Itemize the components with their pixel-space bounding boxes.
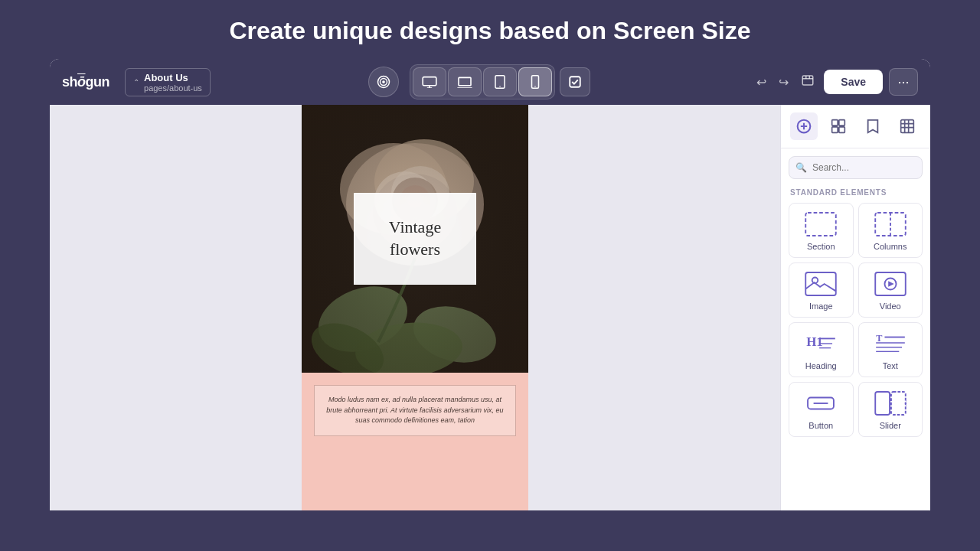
vintage-card: Vintage flowers xyxy=(354,193,476,285)
lorem-box: Modo ludus nam ex, ad nulla placerat man… xyxy=(314,385,516,436)
element-image[interactable]: Image xyxy=(789,262,854,318)
svg-rect-3 xyxy=(459,77,471,85)
page-canvas: Vintage flowers Modo ludus nam ex, ad nu… xyxy=(302,105,528,510)
check-button[interactable] xyxy=(560,67,590,96)
redo-button[interactable]: ↪ xyxy=(776,72,792,93)
view-size-group xyxy=(410,64,555,99)
vintage-card-text: Vintage flowers xyxy=(389,217,441,260)
vintage-line2: flowers xyxy=(389,239,441,261)
svg-rect-29 xyxy=(839,127,845,133)
element-heading[interactable]: H1 Heading xyxy=(789,322,854,377)
heading-icon: H1 xyxy=(804,331,838,357)
svg-rect-30 xyxy=(900,120,913,133)
element-slider[interactable]: Slider xyxy=(858,382,923,437)
lorem-text: Modo ludus nam ex, ad nulla placerat man… xyxy=(324,395,506,426)
tablet-view-button[interactable] xyxy=(483,67,517,96)
top-banner: Create unique designs based on Screen Si… xyxy=(0,0,980,59)
text-icon: T xyxy=(874,331,907,357)
element-slider-label: Slider xyxy=(880,421,901,430)
columns-icon xyxy=(874,211,907,237)
table-button[interactable] xyxy=(893,112,921,140)
element-section-label: Section xyxy=(807,242,835,251)
svg-rect-50 xyxy=(891,392,906,415)
mobile-view-button[interactable] xyxy=(518,67,552,96)
image-icon xyxy=(804,271,838,297)
svg-rect-31 xyxy=(805,213,836,236)
logo: shōgun xyxy=(62,74,109,90)
section-label: STANDARD ELEMENTS xyxy=(781,184,930,203)
saved-elements-button[interactable] xyxy=(859,112,887,140)
element-button-label: Button xyxy=(808,421,833,430)
canvas-area: Vintage flowers Modo ludus nam ex, ad nu… xyxy=(50,105,780,510)
svg-rect-26 xyxy=(832,120,838,126)
more-options-button[interactable]: ··· xyxy=(889,68,918,96)
svg-point-5 xyxy=(499,86,501,87)
svg-point-7 xyxy=(534,86,536,87)
main-content: Vintage flowers Modo ludus nam ex, ad nu… xyxy=(50,105,930,510)
button-icon xyxy=(804,390,838,416)
rose-background: Vintage flowers xyxy=(302,105,528,373)
svg-text:T: T xyxy=(876,333,882,344)
search-box: 🔍 xyxy=(789,156,923,179)
element-text-label: Text xyxy=(883,361,898,370)
element-heading-label: Heading xyxy=(805,361,837,370)
element-columns[interactable]: Columns xyxy=(858,203,923,258)
element-video[interactable]: Video xyxy=(858,262,923,318)
preview-button[interactable] xyxy=(368,67,399,97)
section-icon xyxy=(804,211,838,237)
svg-rect-9 xyxy=(803,76,814,85)
canvas-pink-section: Modo ludus nam ex, ad nulla placerat man… xyxy=(302,373,528,510)
element-button[interactable]: Button xyxy=(789,382,854,437)
undo-button[interactable]: ↩ xyxy=(753,72,769,93)
banner-title: Create unique designs based on Screen Si… xyxy=(0,17,980,45)
element-video-label: Video xyxy=(880,302,901,311)
element-image-label: Image xyxy=(809,302,833,311)
elements-grid: Section Columns xyxy=(781,203,930,445)
page-path: pages/about-us xyxy=(144,83,202,93)
page-info[interactable]: ⌃ About Us pages/about-us xyxy=(125,68,211,96)
svg-rect-27 xyxy=(839,120,845,126)
topbar: shōgun ⌃ About Us pages/about-us xyxy=(50,59,930,105)
svg-rect-49 xyxy=(875,392,890,415)
app-container: shōgun ⌃ About Us pages/about-us xyxy=(50,59,930,510)
search-icon: 🔍 xyxy=(795,162,807,173)
svg-rect-28 xyxy=(832,127,838,133)
desktop-view-button[interactable] xyxy=(413,67,446,96)
chevron-icon: ⌃ xyxy=(133,78,139,86)
save-button[interactable]: Save xyxy=(824,70,883,94)
add-elements-button[interactable] xyxy=(790,112,818,140)
history-button[interactable] xyxy=(798,70,818,93)
svg-rect-8 xyxy=(570,77,580,87)
video-icon xyxy=(874,271,907,297)
svg-point-1 xyxy=(382,80,385,83)
svg-text:H1: H1 xyxy=(806,334,823,349)
canvas-image-section: Vintage flowers xyxy=(302,105,528,373)
page-name: About Us xyxy=(144,72,202,83)
panel-icons-row xyxy=(781,105,930,148)
vintage-line1: Vintage xyxy=(389,217,441,239)
layout-button[interactable] xyxy=(825,112,852,140)
topbar-right: ↩ ↪ Save ··· xyxy=(753,68,918,96)
element-section[interactable]: Section xyxy=(789,203,854,258)
page-info-text: About Us pages/about-us xyxy=(144,72,202,93)
element-text[interactable]: T Text xyxy=(858,322,923,377)
svg-rect-2 xyxy=(423,77,436,86)
slider-icon xyxy=(874,390,907,416)
svg-rect-34 xyxy=(805,272,836,295)
laptop-view-button[interactable] xyxy=(448,67,482,96)
topbar-center xyxy=(220,64,738,99)
search-input[interactable] xyxy=(789,156,923,179)
right-panel: 🔍 STANDARD ELEMENTS Section xyxy=(780,105,930,510)
element-columns-label: Columns xyxy=(874,242,906,251)
